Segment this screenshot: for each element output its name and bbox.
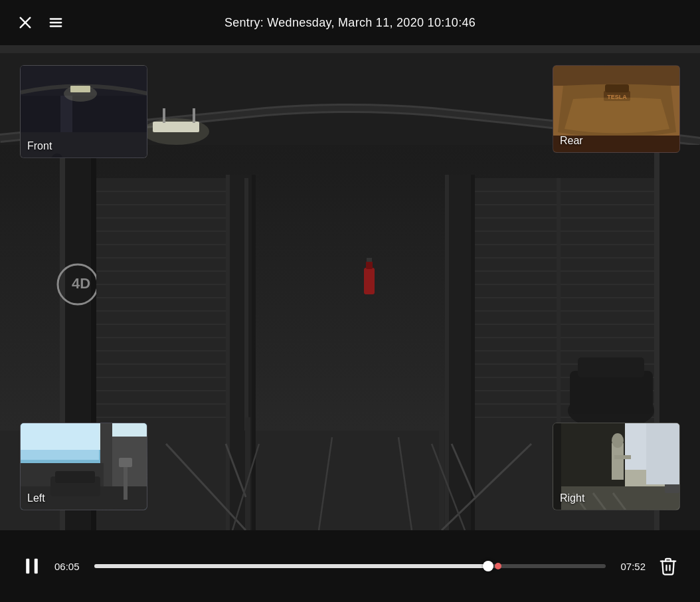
svg-point-11 — [143, 118, 209, 145]
svg-text:4D: 4D — [72, 275, 90, 292]
svg-rect-111 — [119, 458, 132, 467]
rear-camera-thumb[interactable]: TESLA Rear — [553, 65, 680, 153]
svg-rect-47 — [367, 258, 372, 262]
svg-rect-99 — [605, 84, 629, 92]
menu-button[interactable] — [45, 12, 66, 33]
svg-rect-127 — [35, 559, 38, 574]
svg-rect-118 — [614, 455, 631, 459]
progress-marker — [495, 563, 501, 569]
video-controls: 06:05 07:52 — [0, 530, 700, 602]
svg-rect-50 — [471, 175, 475, 530]
delete-button[interactable] — [656, 554, 680, 578]
left-camera-thumb[interactable]: Left — [20, 423, 147, 510]
svg-rect-24 — [252, 175, 256, 530]
left-camera-label: Left — [27, 492, 45, 504]
progress-bar[interactable] — [94, 564, 606, 568]
front-camera-label: Front — [27, 140, 52, 152]
svg-rect-125 — [646, 423, 680, 484]
play-pause-button[interactable] — [20, 554, 44, 578]
svg-point-91 — [64, 86, 97, 102]
progress-handle[interactable] — [483, 561, 493, 571]
video-title: Sentry: Wednesday, March 11, 2020 10:10:… — [224, 16, 476, 30]
svg-rect-23 — [226, 175, 230, 530]
svg-rect-73 — [578, 357, 644, 377]
svg-rect-45 — [364, 268, 375, 294]
svg-rect-46 — [366, 261, 373, 269]
current-time: 06:05 — [54, 561, 84, 572]
svg-rect-22 — [226, 175, 256, 530]
svg-rect-44 — [244, 178, 248, 431]
svg-rect-109 — [55, 471, 95, 483]
main-video-area: 4D — [0, 45, 700, 530]
svg-rect-116 — [612, 443, 624, 480]
svg-rect-74 — [557, 178, 561, 431]
right-camera-thumb[interactable]: Right — [553, 423, 680, 510]
progress-filled — [94, 564, 488, 568]
svg-rect-112 — [21, 423, 99, 460]
right-camera-label: Right — [560, 492, 584, 504]
top-bar: Sentry: Wednesday, March 11, 2020 10:10:… — [0, 0, 700, 45]
svg-rect-7 — [0, 45, 700, 53]
close-button[interactable] — [15, 12, 36, 33]
svg-rect-126 — [26, 559, 29, 574]
svg-rect-96 — [553, 66, 680, 86]
rear-camera-label: Rear — [560, 135, 583, 147]
svg-rect-48 — [445, 175, 475, 530]
front-camera-thumb[interactable]: Front — [20, 65, 147, 158]
svg-rect-25 — [96, 178, 226, 431]
total-time: 07:52 — [616, 561, 646, 572]
svg-point-117 — [612, 433, 624, 448]
svg-rect-49 — [445, 175, 449, 530]
